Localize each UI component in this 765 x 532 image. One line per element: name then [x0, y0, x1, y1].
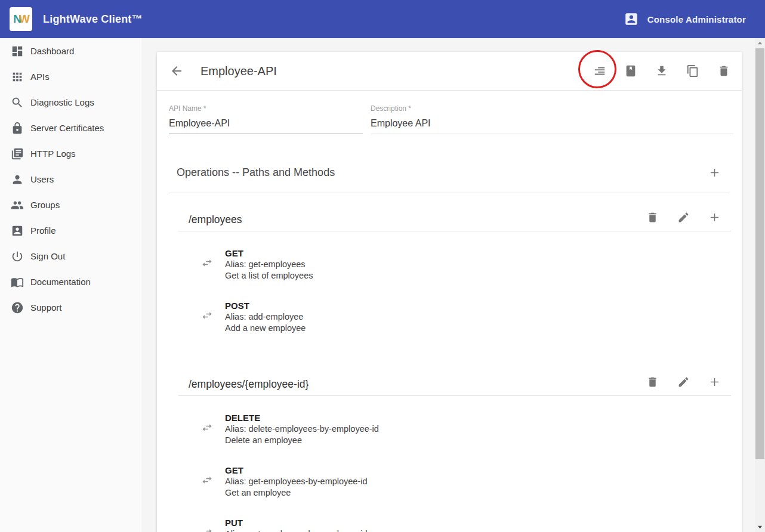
book-open-icon: [10, 275, 24, 289]
method-description: Delete an employee: [225, 435, 742, 446]
vertical-scrollbar[interactable]: [755, 38, 765, 532]
api-name-field[interactable]: API Name * Employee-API: [169, 104, 363, 134]
method-row[interactable]: POST Alias: add-employee Add a new emplo…: [157, 300, 742, 334]
add-path-button[interactable]: [707, 165, 721, 180]
sidebar-item-profile[interactable]: Profile: [0, 218, 143, 243]
apps-icon: [10, 70, 24, 84]
method-description: Add a new employee: [225, 323, 742, 334]
scroll-up-arrow[interactable]: [755, 38, 765, 48]
api-name-value[interactable]: Employee-API: [169, 118, 363, 134]
api-name-label: API Name *: [169, 104, 363, 113]
method-name: GET: [225, 465, 742, 476]
api-form: API Name * Employee-API Description * Em…: [157, 91, 742, 134]
edit-icon: [677, 211, 690, 224]
account-box-icon: [10, 224, 24, 238]
dictionary-button[interactable]: [624, 64, 638, 78]
view-spec-button[interactable]: [593, 64, 607, 78]
swap-arrows-icon: [201, 527, 213, 532]
power-icon: [10, 249, 24, 264]
sidebar-nav: Dashboard APIs Diagnostic Logs Server Ce…: [0, 38, 143, 532]
main-content: Employee-API: [143, 38, 755, 532]
people-icon: [10, 198, 24, 212]
method-description: Get an employee: [225, 487, 742, 499]
operations-heading: Operations -- Paths and Methods: [177, 166, 335, 179]
method-row[interactable]: PUT Alias: put-employees-by-employee-id …: [157, 517, 742, 532]
sidebar-item-groups[interactable]: Groups: [0, 192, 143, 218]
delete-api-button[interactable]: [717, 64, 731, 78]
delete-path-button[interactable]: [645, 375, 659, 389]
path-title: /employees/{employee-id}: [178, 378, 309, 391]
user-name: Console Administrator: [647, 14, 746, 24]
sidebar-item-dashboard[interactable]: Dashboard: [0, 38, 143, 64]
method-name: PUT: [225, 517, 742, 528]
plus-icon: [708, 166, 721, 179]
add-method-button[interactable]: [707, 211, 721, 225]
method-row[interactable]: GET Alias: get-employees-by-employee-id …: [157, 465, 742, 499]
download-icon: [655, 64, 668, 78]
paths-list: /employees GET Alias: get-employees Get …: [157, 204, 742, 532]
triangle-up-icon: [757, 41, 763, 46]
sidebar-item-label: Dashboard: [30, 46, 74, 56]
delete-path-button[interactable]: [645, 211, 659, 225]
align-right-icon: [593, 64, 606, 78]
scrollbar-thumb[interactable]: [755, 48, 764, 459]
sidebar-item-label: Sign Out: [30, 251, 65, 261]
sidebar-item-documentation[interactable]: Documentation: [0, 269, 143, 295]
triangle-down-icon: [757, 524, 763, 530]
delete-icon: [646, 376, 659, 388]
sidebar-item-server-certificates[interactable]: Server Certificates: [0, 115, 143, 141]
method-name: POST: [225, 300, 742, 311]
api-detail-card: Employee-API: [157, 52, 742, 532]
copy-icon: [686, 64, 699, 78]
edit-path-button[interactable]: [676, 211, 690, 225]
delete-icon: [717, 64, 730, 78]
app-title: LightWave Client™: [43, 13, 143, 26]
add-method-button[interactable]: [707, 375, 721, 389]
sidebar-item-label: Support: [30, 302, 62, 313]
sidebar-item-label: Groups: [30, 200, 60, 210]
sidebar-item-sign-out[interactable]: Sign Out: [0, 243, 143, 269]
edit-icon: [677, 376, 690, 388]
sidebar-item-label: APIs: [30, 72, 50, 82]
sidebar-item-diagnostic-logs[interactable]: Diagnostic Logs: [0, 89, 143, 115]
person-icon: [10, 172, 24, 187]
sidebar-item-label: Server Certificates: [30, 123, 104, 133]
path-group: /employees GET Alias: get-employees Get …: [157, 204, 742, 358]
account-box-icon: [624, 11, 639, 27]
swap-arrows-icon: [201, 422, 213, 434]
bookmark-book-icon: [624, 64, 637, 78]
edit-path-button[interactable]: [676, 375, 690, 389]
app-bar: N W LightWave Client™ Console Administra…: [0, 0, 765, 38]
scroll-down-arrow[interactable]: [755, 522, 765, 532]
search-icon: [10, 95, 24, 110]
user-menu[interactable]: Console Administrator: [624, 11, 757, 27]
swap-arrows-icon: [201, 310, 213, 321]
sidebar-item-label: Users: [30, 174, 54, 184]
method-row[interactable]: GET Alias: get-employees Get a list of e…: [157, 248, 742, 282]
method-description: Get a list of employees: [225, 270, 742, 282]
description-label: Description *: [371, 104, 733, 113]
sidebar-item-http-logs[interactable]: HTTP Logs: [0, 141, 143, 166]
sidebar-item-label: Diagnostic Logs: [30, 97, 94, 107]
logo-letter-w: W: [19, 13, 29, 26]
operations-header: Operations -- Paths and Methods: [169, 165, 730, 193]
method-alias: Alias: get-employees-by-employee-id: [225, 476, 742, 487]
page-title: Employee-API: [200, 64, 277, 78]
path-title: /employees: [178, 214, 242, 226]
sidebar-item-support[interactable]: Support: [0, 295, 143, 320]
swap-arrows-icon: [201, 474, 213, 486]
method-name: DELETE: [225, 412, 742, 423]
download-button[interactable]: [655, 64, 669, 78]
sidebar-item-users[interactable]: Users: [0, 166, 143, 192]
description-field[interactable]: Description * Employee API: [371, 104, 733, 134]
dashboard-icon: [10, 44, 24, 58]
method-alias: Alias: put-employees-by-employee-id: [225, 528, 742, 532]
sidebar-item-label: Documentation: [30, 277, 91, 287]
lock-icon: [10, 121, 24, 135]
sidebar-item-apis[interactable]: APIs: [0, 64, 143, 89]
back-button[interactable]: [169, 63, 184, 79]
description-value[interactable]: Employee API: [371, 118, 733, 134]
method-row[interactable]: DELETE Alias: delete-employees-by-employ…: [157, 412, 742, 446]
method-alias: Alias: get-employees: [225, 259, 742, 270]
copy-button[interactable]: [686, 64, 700, 78]
